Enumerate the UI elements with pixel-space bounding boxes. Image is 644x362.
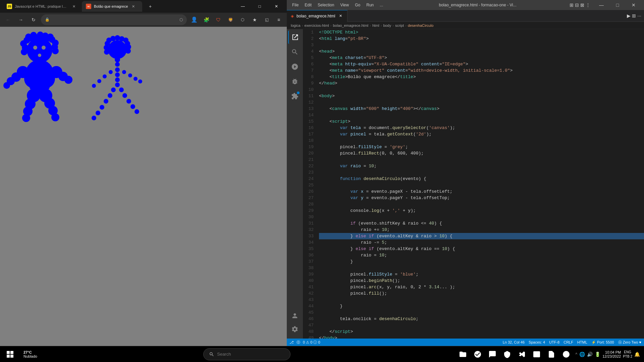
menu-button[interactable]: ≡ bbox=[273, 14, 284, 25]
code-line[interactable]: <meta name="viewport" content="width=dev… bbox=[319, 67, 644, 74]
activity-git[interactable] bbox=[288, 60, 302, 73]
browser-minimize-button[interactable]: — bbox=[235, 1, 251, 12]
back-button[interactable]: ← bbox=[3, 14, 13, 25]
code-line[interactable]: if (evento.shiftKey & raio <= 40) { bbox=[319, 220, 644, 227]
code-line[interactable]: <canvas width="600" height="400"></canva… bbox=[319, 106, 644, 112]
code-editor[interactable]: 1234567891011121314151617181920212223242… bbox=[303, 29, 644, 339]
layout-icon-4[interactable]: ⋮ bbox=[586, 2, 590, 8]
address-bar[interactable]: 🔒 127.0.0.1:5500/logica/exercicios-html/… bbox=[41, 14, 187, 25]
taskbar-notes[interactable] bbox=[545, 348, 558, 361]
address-input[interactable]: 127.0.0.1:5500/logica/exercicios-html/bo… bbox=[52, 17, 177, 22]
code-line[interactable] bbox=[319, 86, 644, 93]
bookmark-button[interactable]: ★ bbox=[249, 14, 260, 25]
code-line[interactable]: function desenhaCirculo(evento) { bbox=[319, 176, 644, 182]
activity-search[interactable] bbox=[288, 45, 302, 59]
vscode-maximize-button[interactable]: □ bbox=[610, 0, 625, 10]
code-line[interactable] bbox=[319, 137, 644, 144]
code-line[interactable]: var x = evento.pageX - tela.offsetLeft; bbox=[319, 188, 644, 195]
canvas-area[interactable] bbox=[0, 27, 287, 346]
theme[interactable]: Ⓐ Zero Two ♥ bbox=[618, 340, 641, 345]
menu-run[interactable]: Run bbox=[364, 0, 376, 10]
layout-icon-2[interactable]: ⊟ bbox=[575, 2, 579, 8]
activity-debug[interactable] bbox=[288, 75, 302, 88]
browser-maximize-button[interactable]: □ bbox=[252, 1, 267, 12]
code-line[interactable]: pincel.fill(); bbox=[319, 290, 644, 297]
activity-extensions[interactable] bbox=[288, 89, 302, 103]
code-line[interactable]: } bbox=[319, 303, 644, 309]
notification-icon[interactable]: 🔔 bbox=[634, 352, 640, 357]
code-line[interactable]: pincel.fillStyle = 'blue'; bbox=[319, 271, 644, 278]
layout-icon-1[interactable]: ⊞ bbox=[570, 2, 574, 8]
reload-button[interactable]: ↻ bbox=[28, 14, 39, 25]
taskbar-search-input[interactable] bbox=[217, 352, 267, 357]
code-line[interactable] bbox=[319, 214, 644, 220]
code-line[interactable]: pincel.arc(x, y, raio, 0, 2 * 3.14... ); bbox=[319, 284, 644, 290]
language-mode[interactable]: HTML bbox=[577, 340, 587, 344]
browser-tab-inactive[interactable]: JS Javascript e HTML: pratique lógica co… bbox=[3, 1, 80, 12]
new-tab-button[interactable]: + bbox=[145, 1, 156, 12]
code-lines[interactable]: <!DOCTYPE html><html lang="pt-BR"> <head… bbox=[316, 29, 644, 339]
code-line[interactable]: } bbox=[319, 258, 644, 265]
taskbar-fileexplorer[interactable] bbox=[456, 348, 470, 361]
browser-tab-active[interactable]: H Bolão que emagrece ✕ bbox=[82, 1, 142, 12]
code-line[interactable]: var raio = 10; bbox=[319, 163, 644, 169]
taskbar-vscode[interactable] bbox=[515, 348, 529, 361]
code-line[interactable]: raio -= 5; bbox=[319, 239, 644, 246]
taskbar-search-box[interactable] bbox=[203, 348, 290, 360]
code-line[interactable]: console.log(x + ',' + y); bbox=[319, 207, 644, 214]
code-line[interactable] bbox=[319, 201, 644, 207]
line-col[interactable]: Ln 32, Col 46 bbox=[503, 340, 525, 344]
code-line[interactable] bbox=[319, 322, 644, 328]
run-button[interactable]: ▶ bbox=[627, 13, 631, 18]
extensions-button[interactable]: 🧩 bbox=[201, 14, 212, 25]
code-line[interactable]: var tela = document.querySelector('canva… bbox=[319, 125, 644, 131]
line-ending[interactable]: CRLF bbox=[564, 340, 573, 344]
menu-more[interactable]: ... bbox=[377, 0, 386, 10]
screenshot-button[interactable]: ◱ bbox=[261, 14, 272, 25]
code-line[interactable]: } else if (evento.altKey & raio == 10) { bbox=[319, 246, 644, 252]
crypto-button[interactable]: ⬡ bbox=[237, 14, 248, 25]
code-line[interactable] bbox=[319, 182, 644, 188]
code-line[interactable] bbox=[319, 42, 644, 48]
code-line[interactable]: <meta charset="UTF-8"> bbox=[319, 55, 644, 61]
menu-file[interactable]: File bbox=[289, 0, 301, 10]
taskbar-brave[interactable] bbox=[500, 348, 514, 361]
code-line[interactable]: } else if (evento.altKey & raio > 10) { bbox=[319, 233, 644, 239]
menu-view[interactable]: View bbox=[337, 0, 352, 10]
code-line[interactable]: </head> bbox=[319, 80, 644, 86]
breadcrumb-function[interactable]: desenhaCirculo bbox=[408, 23, 433, 27]
activity-explorer[interactable] bbox=[288, 31, 302, 44]
live-server[interactable]: ⚡ Port: 5500 bbox=[591, 340, 614, 345]
tray-datetime[interactable]: 10:04 PM 12/23/2022 bbox=[602, 350, 621, 358]
breadcrumb-script[interactable]: script bbox=[395, 23, 404, 27]
code-line[interactable]: <meta http-equiv="X-UA-Compatible" conte… bbox=[319, 61, 644, 67]
code-line[interactable]: </body> bbox=[319, 335, 644, 339]
error-count[interactable]: 0 ⚠ 0 ⓘ 0 bbox=[303, 340, 320, 345]
taskbar-edge[interactable] bbox=[471, 348, 484, 361]
code-line[interactable]: var y = evento.pageY - tela.offsetTop; bbox=[319, 195, 644, 201]
code-line[interactable]: <html lang="pt-BR"> bbox=[319, 36, 644, 42]
taskbar-chat[interactable] bbox=[486, 348, 499, 361]
menu-edit[interactable]: Edit bbox=[302, 0, 314, 10]
code-line[interactable]: var pincel = tela.getContext('2d'); bbox=[319, 131, 644, 137]
code-line[interactable]: <!DOCTYPE html> bbox=[319, 29, 644, 36]
vscode-tab-close[interactable]: ✕ bbox=[338, 13, 343, 19]
language-indicator[interactable]: ENG PTB 2 bbox=[623, 350, 632, 359]
code-line[interactable]: <title>Bolão que emagrece</title> bbox=[319, 74, 644, 80]
code-line[interactable]: tela.onclick = desenhaCirculo; bbox=[319, 316, 644, 322]
encoding[interactable]: UTF-8 bbox=[549, 340, 559, 344]
menu-go[interactable]: Go bbox=[352, 0, 363, 10]
brave-shield[interactable]: 🛡 bbox=[213, 14, 224, 25]
code-line[interactable]: <body> bbox=[319, 93, 644, 99]
code-line[interactable] bbox=[319, 297, 644, 303]
breadcrumb-exercicios[interactable]: exercicios-html bbox=[304, 23, 329, 27]
code-line[interactable]: <head> bbox=[319, 48, 644, 55]
browser-tab-inactive-close[interactable]: ✕ bbox=[71, 4, 76, 9]
breadcrumb-html[interactable]: html bbox=[372, 23, 379, 27]
tray-up-arrow[interactable]: ^ bbox=[576, 352, 578, 357]
rewards-button[interactable]: 🦁 bbox=[225, 14, 236, 25]
code-line[interactable] bbox=[319, 169, 644, 176]
battery-icon[interactable]: 🔋 bbox=[595, 352, 600, 357]
activity-settings[interactable] bbox=[288, 322, 302, 336]
browser-tab-active-close[interactable]: ✕ bbox=[131, 4, 136, 9]
